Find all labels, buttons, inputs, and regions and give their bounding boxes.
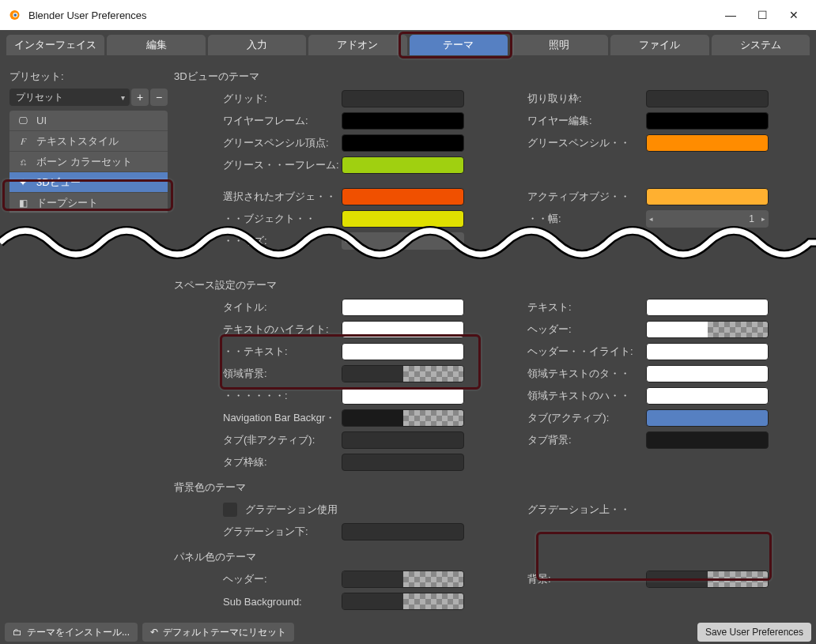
tab-editing[interactable]: 編集: [107, 35, 205, 55]
setting-row: ヘッダー・・イライト:: [527, 341, 808, 362]
color-swatch[interactable]: [342, 593, 464, 610]
color-swatch[interactable]: [342, 409, 464, 427]
setting-label: ワイヤーフレーム:: [223, 114, 338, 128]
setting-row: ワイヤーフレーム:: [223, 111, 504, 131]
minimize-button[interactable]: —: [715, 3, 746, 27]
color-swatch[interactable]: [342, 156, 464, 174]
tab-themes[interactable]: テーマ: [410, 35, 508, 55]
color-swatch[interactable]: [342, 90, 464, 107]
tab-interface[interactable]: インターフェイス: [6, 35, 104, 55]
category-dopesheet[interactable]: ◧ドープシート: [9, 193, 168, 213]
color-swatch[interactable]: [342, 431, 464, 449]
setting-label: 領域テキストのタ・・: [527, 367, 643, 381]
setting-label: グリースペンシル頂点:: [223, 136, 338, 150]
color-swatch[interactable]: [646, 343, 769, 360]
color-swatch[interactable]: [342, 321, 464, 338]
color-swatch[interactable]: [342, 299, 464, 316]
setting-label: ・・イズ:: [223, 234, 338, 248]
preset-remove-button[interactable]: −: [150, 89, 168, 106]
setting-row: グリース・・ーフレーム:: [223, 155, 504, 175]
setting-label: 領域背景:: [223, 367, 338, 381]
setting-label: グリースペンシル・・: [527, 136, 643, 150]
maximize-button[interactable]: ☐: [746, 3, 778, 27]
setting-row: Sub Background:: [223, 591, 504, 612]
setting-label: 選択されたオブジェ・・: [223, 190, 338, 204]
color-swatch[interactable]: [342, 571, 464, 588]
setting-row: タイトル:: [223, 297, 504, 318]
setting-label: タブ(非アクティブ):: [223, 433, 338, 447]
save-prefs-button[interactable]: Save User Preferences: [697, 623, 811, 642]
setting-row: ワイヤー編集:: [527, 111, 808, 131]
tab-input[interactable]: 入力: [208, 35, 306, 55]
category-3d-view[interactable]: ✦3Dビュー: [9, 172, 168, 193]
color-swatch[interactable]: [342, 188, 464, 205]
setting-label: グラデーション上・・: [527, 503, 643, 517]
color-swatch[interactable]: [342, 454, 464, 471]
bone-icon: ⎌: [16, 155, 30, 169]
category-bone-color[interactable]: ⎌ボーン カラーセット: [9, 152, 168, 172]
setting-label: グラデーション下:: [223, 525, 338, 539]
color-swatch[interactable]: [342, 387, 464, 405]
color-swatch[interactable]: [342, 343, 464, 360]
color-swatch[interactable]: [646, 134, 769, 152]
color-swatch[interactable]: [646, 571, 769, 588]
setting-row: Navigation Bar Backgr・・: [223, 408, 504, 428]
setting-label: タブ枠線:: [223, 455, 338, 469]
setting-row: 領域テキストのハ・・: [527, 386, 808, 406]
color-swatch[interactable]: [646, 90, 769, 107]
setting-row: グラデーション上・・: [527, 499, 808, 520]
setting-label: 領域テキストのハ・・: [527, 389, 643, 403]
setting-row: タブ枠線:: [223, 452, 504, 473]
color-swatch[interactable]: [342, 112, 464, 130]
close-button[interactable]: ✕: [778, 3, 810, 27]
color-swatch[interactable]: [342, 134, 464, 152]
setting-label: ヘッダー:: [223, 572, 338, 586]
setting-label: ・・テキスト:: [223, 345, 338, 359]
install-theme-button[interactable]: 🗀テーマをインストール...: [5, 623, 138, 642]
setting-row: タブ(非アクティブ):: [223, 430, 504, 450]
setting-row: ・・ブジェクト・・: [223, 209, 504, 229]
color-swatch[interactable]: [646, 112, 769, 130]
setting-row: ヘッダー:: [223, 569, 504, 589]
setting-row: アクティブオブジ・・: [527, 186, 808, 207]
setting-label: Navigation Bar Backgr・・: [223, 411, 338, 425]
number-field[interactable]: [342, 232, 464, 250]
color-swatch[interactable]: [646, 431, 769, 449]
color-swatch[interactable]: [646, 188, 769, 205]
number-field[interactable]: 1: [646, 210, 769, 228]
color-swatch[interactable]: [342, 365, 464, 382]
color-swatch[interactable]: [646, 501, 769, 518]
color-swatch[interactable]: [342, 523, 464, 540]
setting-label: ヘッダー:: [527, 322, 643, 337]
main-tabs: インターフェイス 編集 入力 アドオン テーマ 照明 ファイル システム: [0, 30, 816, 55]
reset-theme-button[interactable]: ↶デフォルトテーマにリセット: [142, 623, 294, 642]
setting-label: タブ(アクティブ):: [527, 411, 643, 425]
setting-label: ・・・・・・:: [223, 389, 338, 403]
category-text-style[interactable]: 𝐹テキストスタイル: [9, 131, 168, 152]
color-swatch[interactable]: [646, 387, 769, 405]
preset-add-button[interactable]: +: [131, 89, 149, 106]
tab-system[interactable]: システム: [712, 35, 810, 55]
category-ui[interactable]: 🖵UI: [9, 111, 168, 131]
color-swatch[interactable]: [646, 409, 769, 427]
setting-row: タブ(アクティブ):: [527, 408, 808, 428]
setting-label: テキスト:: [527, 300, 643, 314]
setting-row: テキストのハイライト:: [223, 319, 504, 340]
setting-label: ワイヤー編集:: [527, 114, 643, 128]
tab-addons[interactable]: アドオン: [308, 35, 406, 55]
tab-file[interactable]: ファイル: [610, 35, 708, 55]
checkbox[interactable]: [223, 503, 237, 517]
preset-select[interactable]: プリセット: [9, 89, 130, 106]
svg-point-2: [13, 13, 17, 17]
color-swatch[interactable]: [342, 210, 464, 228]
setting-label: タイトル:: [223, 300, 338, 314]
color-swatch[interactable]: [646, 365, 769, 382]
setting-row: グラデーション使用: [223, 499, 504, 520]
color-swatch[interactable]: [646, 299, 769, 316]
setting-label: ・・幅:: [527, 212, 643, 226]
setting-label: アクティブオブジ・・: [527, 190, 643, 204]
dopesheet-icon: ◧: [16, 196, 30, 210]
tab-lights[interactable]: 照明: [510, 35, 608, 55]
setting-row: 選択されたオブジェ・・: [223, 186, 504, 207]
color-swatch[interactable]: [646, 321, 769, 338]
